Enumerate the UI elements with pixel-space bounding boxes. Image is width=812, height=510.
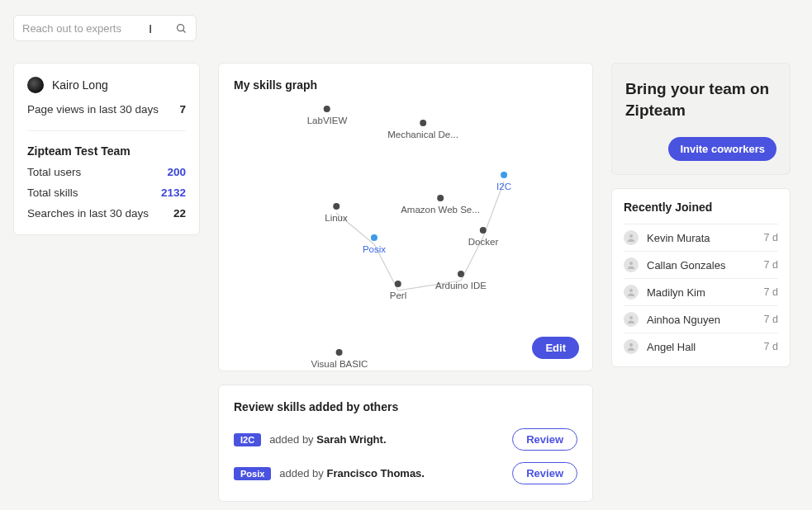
- skill-node-aws[interactable]: Amazon Web Se...: [401, 195, 480, 215]
- person-icon: [624, 230, 639, 245]
- node-dot-icon: [420, 120, 426, 126]
- skill-node-arduino[interactable]: Arduino IDE: [435, 271, 487, 290]
- review-row: Posix added by Francisco Thomas.Review: [234, 462, 577, 484]
- review-button[interactable]: Review: [512, 462, 577, 484]
- skill-node-labview[interactable]: LabVIEW: [307, 106, 348, 125]
- skill-chip[interactable]: I2C: [234, 433, 261, 446]
- svg-point-11: [629, 343, 633, 347]
- person-icon: [624, 312, 639, 327]
- skills-graph-canvas[interactable]: LabVIEWMechanical De...LinuxAmazon Web S…: [234, 95, 577, 351]
- joined-row[interactable]: Callan Gonzales7 d: [624, 251, 778, 278]
- joined-row-left: Callan Gonzales: [624, 257, 725, 272]
- joined-row[interactable]: Kevin Murata7 d: [624, 224, 778, 251]
- joined-name: Ainhoa Nguyen: [647, 314, 720, 326]
- skill-node-docker[interactable]: Docker: [468, 227, 498, 247]
- person-icon: [624, 285, 639, 300]
- review-row: I2C added by Sarah Wright.Review: [234, 428, 577, 451]
- search-input[interactable]: [22, 22, 175, 35]
- divider: [27, 130, 186, 131]
- stat-value[interactable]: 2132: [161, 187, 186, 199]
- joined-name: Kevin Murata: [647, 232, 710, 244]
- stat-label: Total users: [27, 166, 81, 178]
- svg-point-8: [629, 262, 633, 265]
- stat-total-skills: Total skills 2132: [27, 187, 186, 199]
- node-dot-icon: [458, 271, 464, 277]
- stat-label: Total skills: [27, 187, 78, 199]
- node-label: Posix: [363, 244, 386, 254]
- profile-card: Kairo Long Page views in last 30 days 7 …: [13, 63, 200, 235]
- review-text: added by Sarah Wright.: [269, 433, 386, 446]
- stat-label: Page views in last 30 days: [27, 103, 159, 116]
- stat-label: Searches in last 30 days: [27, 207, 149, 220]
- stat-value: 22: [173, 207, 186, 220]
- review-row-left: Posix added by Francisco Thomas.: [234, 467, 425, 480]
- recently-joined-title: Recently Joined: [624, 201, 778, 214]
- node-label: LabVIEW: [307, 116, 348, 125]
- person-icon: [624, 257, 639, 272]
- skill-node-mechdev[interactable]: Mechanical De...: [387, 120, 458, 139]
- node-label: Linux: [325, 213, 348, 223]
- svg-point-9: [629, 289, 633, 292]
- skill-node-linux[interactable]: Linux: [325, 203, 348, 223]
- invite-team-title: Bring your team on Zipteam: [625, 78, 776, 120]
- recently-joined-card: Recently Joined Kevin Murata7 dCallan Go…: [611, 188, 791, 367]
- joined-row-left: Kevin Murata: [624, 230, 710, 245]
- node-dot-icon: [501, 172, 507, 178]
- svg-point-7: [629, 234, 633, 238]
- node-label: Arduino IDE: [435, 281, 487, 290]
- skill-node-i2c[interactable]: I2C: [496, 172, 511, 191]
- joined-time: 7 d: [764, 341, 778, 352]
- team-name: Zipteam Test Team: [27, 144, 186, 158]
- text-cursor-icon: I: [149, 21, 152, 35]
- review-row-left: I2C added by Sarah Wright.: [234, 433, 387, 446]
- joined-row[interactable]: Angel Hall7 d: [624, 333, 778, 360]
- stat-value[interactable]: 200: [167, 166, 186, 178]
- review-button[interactable]: Review: [512, 428, 577, 451]
- node-dot-icon: [480, 227, 487, 234]
- node-dot-icon: [324, 106, 330, 112]
- invite-coworkers-button[interactable]: Invite coworkers: [668, 137, 776, 161]
- search-bar[interactable]: I: [13, 15, 197, 41]
- skill-node-posix[interactable]: Posix: [363, 234, 386, 254]
- avatar: [27, 77, 44, 93]
- skills-graph-title: My skills graph: [234, 78, 577, 92]
- joined-time: 7 d: [764, 286, 778, 298]
- stat-searches: Searches in last 30 days 22: [27, 207, 186, 220]
- joined-name: Madilyn Kim: [647, 286, 705, 299]
- node-label: Visual BASIC: [311, 359, 368, 369]
- joined-time: 7 d: [764, 259, 778, 271]
- node-label: Amazon Web Se...: [401, 205, 480, 215]
- skills-graph-card: My skills graph LabVIEWMechanical De...L…: [218, 63, 593, 371]
- node-dot-icon: [437, 195, 444, 201]
- joined-name: Angel Hall: [647, 341, 696, 353]
- skill-node-perl[interactable]: Perl: [390, 281, 406, 300]
- node-label: Perl: [390, 290, 406, 300]
- joined-row-left: Angel Hall: [624, 339, 696, 354]
- review-text: added by Francisco Thomas.: [279, 467, 425, 479]
- joined-row-left: Ainhoa Nguyen: [624, 312, 720, 327]
- skill-node-vb[interactable]: Visual BASIC: [311, 349, 368, 369]
- node-label: I2C: [496, 182, 511, 191]
- review-title: Review skills added by others: [234, 400, 577, 413]
- node-label: Mechanical De...: [387, 130, 458, 139]
- joined-time: 7 d: [764, 232, 778, 243]
- svg-point-10: [629, 316, 633, 319]
- joined-name: Callan Gonzales: [647, 259, 725, 272]
- skill-chip[interactable]: Posix: [234, 467, 271, 480]
- svg-line-1: [183, 30, 186, 32]
- joined-time: 7 d: [764, 314, 778, 325]
- joined-row-left: Madilyn Kim: [624, 285, 705, 300]
- edit-skills-button[interactable]: Edit: [532, 337, 579, 359]
- node-dot-icon: [395, 281, 401, 287]
- joined-row[interactable]: Ainhoa Nguyen7 d: [624, 305, 778, 333]
- node-dot-icon: [333, 203, 340, 210]
- stat-total-users: Total users 200: [27, 166, 186, 178]
- stat-page-views: Page views in last 30 days 7: [27, 103, 186, 116]
- profile-name: Kairo Long: [52, 78, 108, 92]
- profile-user[interactable]: Kairo Long: [27, 77, 186, 93]
- stat-value: 7: [179, 103, 186, 116]
- node-dot-icon: [336, 349, 343, 356]
- person-icon: [624, 339, 639, 354]
- joined-row[interactable]: Madilyn Kim7 d: [624, 278, 778, 305]
- search-icon[interactable]: [175, 22, 188, 35]
